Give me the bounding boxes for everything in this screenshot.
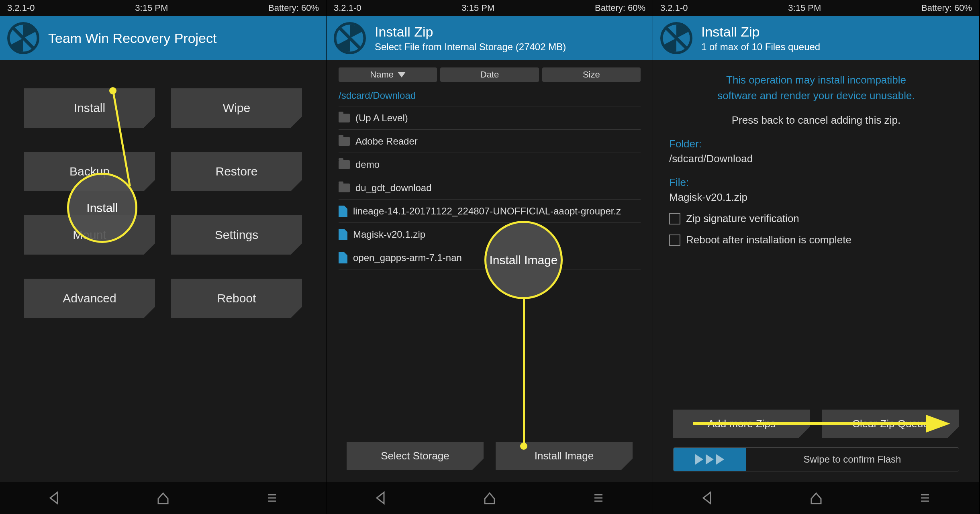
zip-signature-checkbox[interactable]: Zip signature verification [669,212,963,225]
menu-icon[interactable] [264,490,280,506]
menu-icon[interactable] [917,490,933,506]
header: Team Win Recovery Project [0,16,326,60]
sort-name-button[interactable]: Name [339,67,437,82]
version-label: 3.2.1-0 [7,3,35,13]
file-name-label: lineage-14.1-20171122_224807-UNOFFICIAL-… [353,206,621,217]
battery-label: Battery: 60% [268,3,319,13]
install-image-button[interactable]: Install Image [496,442,633,470]
nav-bar [0,482,326,514]
restore-button[interactable]: Restore [171,152,302,191]
battery-label: Battery: 60% [595,3,645,13]
page-title: Install Zip [375,24,566,40]
folder-icon [339,114,350,122]
file-icon [339,229,347,240]
twrp-logo-icon [7,22,39,54]
main-content: Install Wipe Backup Restore Mount Settin… [0,60,326,482]
back-icon[interactable] [373,490,389,506]
version-label: 3.2.1-0 [334,3,361,13]
folder-icon [339,184,350,192]
page-subtitle: Select File from Internal Storage (27402… [375,41,566,53]
file-value: Magisk-v20.1.zip [669,191,963,204]
wipe-button[interactable]: Wipe [171,88,302,128]
file-name-label: open_gapps-arm-7.1-nan [353,252,462,263]
chevron-right-icon [706,454,714,465]
swipe-label: Swipe to confirm Flash [746,454,959,465]
screen-main: 3.2.1-0 3:15 PM Battery: 60% Team Win Re… [0,0,327,514]
home-icon[interactable] [155,490,171,506]
file-name-label: (Up A Level) [355,112,408,124]
select-storage-button[interactable]: Select Storage [347,442,484,470]
chevron-right-icon [716,454,724,465]
status-bar: 3.2.1-0 3:15 PM Battery: 60% [327,0,653,16]
back-icon[interactable] [46,490,62,506]
warning-line-2: software and render your device unusable… [669,88,963,104]
page-title: Team Win Recovery Project [48,31,216,46]
swipe-confirm-slider[interactable]: Swipe to confirm Flash [673,447,959,471]
advanced-button[interactable]: Advanced [24,279,155,318]
file-name-label: Magisk-v20.1.zip [353,229,425,240]
settings-button[interactable]: Settings [171,215,302,255]
slider-handle[interactable] [674,448,746,471]
menu-icon[interactable] [590,490,606,506]
reboot-button[interactable]: Reboot [171,279,302,318]
folder-icon [339,160,350,169]
version-label: 3.2.1-0 [660,3,688,13]
current-path: /sdcard/Download [339,87,641,106]
file-row[interactable]: Adobe Reader [339,130,641,153]
reboot-after-label: Reboot after installation is complete [686,234,851,246]
folder-label: Folder: [669,138,963,150]
file-row[interactable]: open_gapps-arm-7.1-nan [339,246,641,269]
status-bar: 3.2.1-0 3:15 PM Battery: 60% [0,0,326,16]
sort-size-button[interactable]: Size [542,67,641,82]
file-row[interactable]: Magisk-v20.1.zip [339,223,641,246]
backup-button[interactable]: Backup [24,152,155,191]
back-icon[interactable] [699,490,715,506]
header: Install Zip 1 of max of 10 Files queued [653,16,979,60]
reboot-after-checkbox[interactable]: Reboot after installation is complete [669,234,963,246]
twrp-logo-icon [334,22,366,54]
file-row[interactable]: (Up A Level) [339,106,641,130]
page-title: Install Zip [701,24,820,40]
battery-label: Battery: 60% [921,3,972,13]
sort-desc-icon [398,72,406,78]
twrp-logo-icon [660,22,692,54]
folder-icon [339,137,350,146]
main-content: This operation may install incompatible … [653,60,979,482]
file-label: File: [669,176,963,189]
time-label: 3:15 PM [461,3,494,13]
file-icon [339,206,347,217]
status-bar: 3.2.1-0 3:15 PM Battery: 60% [653,0,979,16]
folder-value: /sdcard/Download [669,153,963,165]
sort-name-label: Name [370,69,394,80]
mount-button[interactable]: Mount [24,215,155,255]
file-row[interactable]: lineage-14.1-20171122_224807-UNOFFICIAL-… [339,200,641,223]
nav-bar [327,482,653,514]
file-row[interactable]: du_gdt_download [339,176,641,200]
time-label: 3:15 PM [788,3,821,13]
screen-confirm-flash: 3.2.1-0 3:15 PM Battery: 60% Install Zip… [653,0,980,514]
time-label: 3:15 PM [135,3,168,13]
file-name-label: demo [355,159,380,170]
cancel-hint-text: Press back to cancel adding this zip. [669,114,963,126]
file-list: (Up A Level)Adobe Readerdemodu_gdt_downl… [339,106,641,269]
sort-date-button[interactable]: Date [440,67,539,82]
file-name-label: Adobe Reader [355,136,418,147]
home-icon[interactable] [808,490,824,506]
nav-bar [653,482,979,514]
file-row[interactable]: demo [339,153,641,176]
annotation-line [523,299,525,446]
chevron-right-icon [695,454,703,465]
main-content: Name Date Size /sdcard/Download (Up A Le… [327,60,653,482]
warning-line-1: This operation may install incompatible [669,72,963,88]
page-subtitle: 1 of max of 10 Files queued [701,41,820,53]
checkbox-icon [669,213,680,224]
header: Install Zip Select File from Internal St… [327,16,653,60]
zip-signature-label: Zip signature verification [686,212,799,225]
checkbox-icon [669,235,680,246]
install-button[interactable]: Install [24,88,155,128]
file-name-label: du_gdt_download [355,182,432,194]
clear-zip-queue-button[interactable]: Clear Zip Queue [822,410,959,438]
file-icon [339,252,347,263]
add-more-zips-button[interactable]: Add more Zips [673,410,810,438]
home-icon[interactable] [482,490,498,506]
